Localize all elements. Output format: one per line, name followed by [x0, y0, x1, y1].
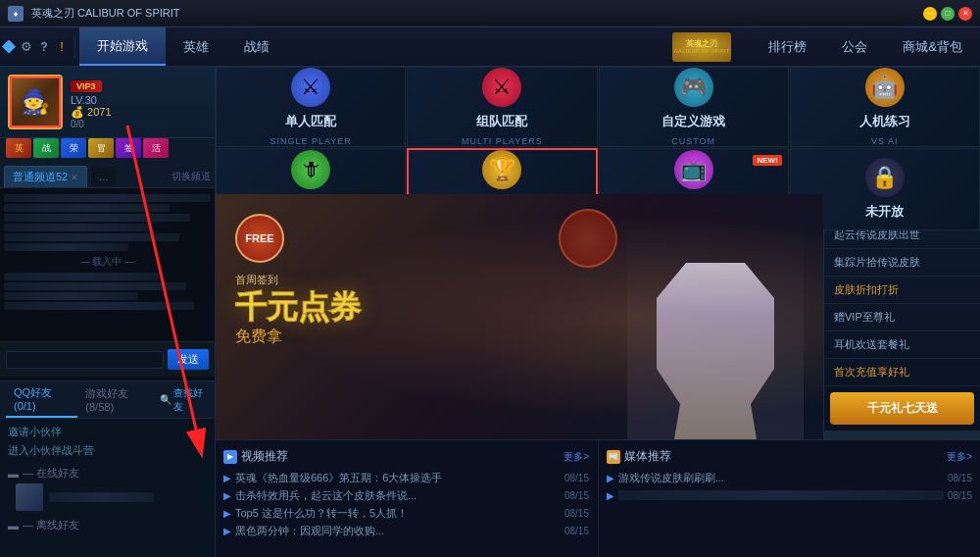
- invite-friends-link[interactable]: 邀请小伙伴: [8, 423, 207, 441]
- tab-ranking[interactable]: 排行榜: [751, 27, 824, 66]
- single-player-icon: ⚔: [291, 68, 330, 107]
- media-date-1: 08/15: [948, 490, 972, 501]
- battle-camp-link[interactable]: 进入小伙伴战斗营: [8, 441, 207, 460]
- rpg-icon: 🗡: [291, 150, 330, 189]
- search-icon: 🔍: [160, 394, 172, 405]
- right-panel-ad: 寻游戏 游戏折扣下载 ★: [824, 430, 980, 439]
- right-panel-gold-button[interactable]: 千元礼七天送: [830, 392, 974, 425]
- mode-vs-ai[interactable]: 🤖 人机练习 VS AI: [790, 67, 980, 147]
- video-item-1[interactable]: ▶ 击杀特效用兵，起云这个皮肤条件说... 08/15: [223, 488, 589, 503]
- search-friends-button[interactable]: 🔍 查找好友: [160, 386, 209, 414]
- single-player-label-en: SINGLE PLAYER: [270, 136, 351, 146]
- profile-item-4[interactable]: 签: [116, 138, 141, 158]
- friends-section: QQ好友(0/1) 游戏好友(8/58) 🔍 查找好友 邀请小伙伴 进入小伙伴战…: [0, 380, 215, 557]
- video-title-0: 英魂《热血量级666》第五期：6大体操选手: [235, 471, 561, 485]
- video-title-1: 击杀特效用兵，起云这个皮肤条件说...: [235, 488, 561, 503]
- media-item-1[interactable]: ▶ 08/15: [607, 488, 972, 502]
- locked-icon: 🔒: [865, 158, 905, 197]
- media-more-link[interactable]: 更多>: [947, 450, 972, 464]
- video-more-link[interactable]: 更多>: [564, 450, 589, 464]
- custom-icon: 🎮: [674, 68, 713, 107]
- video-date-3: 08/15: [564, 526, 589, 536]
- friends-actions: 邀请小伙伴 进入小伙伴战斗营: [0, 419, 215, 464]
- send-button[interactable]: 发送: [168, 349, 209, 370]
- logo-image: 英魂之刃 CALIBUR OF SPIRIT: [672, 32, 731, 62]
- video-item-0[interactable]: ▶ 英魂《热血量级666》第五期：6大体操选手 08/15: [223, 471, 589, 485]
- chat-placeholder: — 载入中 —: [4, 255, 211, 269]
- expand-offline-icon: ▬: [8, 520, 19, 532]
- banner-area: FREE 首周签到 千元点券 免费拿: [216, 194, 823, 439]
- title-bar-left: ♦ 英魂之刃 CALIBUR OF SPIRIT: [8, 6, 180, 22]
- right-panel-item-4: 赠VIP至尊礼: [824, 304, 980, 331]
- media-title-0: 游戏传说皮肤刷刷刷...: [618, 471, 944, 485]
- bullet-3: ▶: [223, 526, 231, 536]
- multi-player-label-en: MULTI PLAYERS: [462, 136, 543, 146]
- main-content: ⚔ 单人匹配 SINGLE PLAYER ⚔ 组队匹配 MULTI PLAYER…: [216, 67, 980, 557]
- tab-battle-record[interactable]: 战绩: [226, 27, 287, 66]
- mode-custom[interactable]: 🎮 自定义游戏 CUSTOM: [599, 67, 789, 147]
- media-item-0[interactable]: ▶ 游戏传说皮肤刷刷刷... 08/15: [607, 471, 972, 485]
- online-group-header[interactable]: ▬ — 在线好友: [8, 466, 207, 481]
- media-icon: 📰: [607, 450, 620, 464]
- media-title-blur: [618, 490, 944, 500]
- bullet-1: ▶: [223, 490, 231, 501]
- left-sidebar: 🧙 VIP3 LV.30 💰 2071 0/0 英 战 荣 冒 签: [0, 67, 216, 557]
- chat-message-blurred-8: [4, 292, 138, 300]
- banner-text-top: 首周签到: [235, 273, 361, 287]
- chat-message-blurred-6: [4, 273, 159, 280]
- profile-item-0[interactable]: 英: [6, 138, 31, 158]
- mode-multi-player[interactable]: ⚔ 组队匹配 MULTI PLAYERS: [407, 67, 597, 147]
- tab-start-game[interactable]: 开始游戏: [79, 27, 166, 66]
- mode-single-player[interactable]: ⚔ 单人匹配 SINGLE PLAYER: [216, 67, 406, 147]
- friend-info: [49, 490, 199, 504]
- video-section: ▶ 视频推荐 更多> ▶ 英魂《热血量级666》第五期：6大体操选手 08/15…: [216, 440, 597, 557]
- friend-avatar: [16, 483, 43, 511]
- bullet-2: ▶: [223, 508, 231, 519]
- video-item-2[interactable]: ▶ Top5 这是什么功？转一转，5人抓！ 08/15: [223, 506, 589, 521]
- friend-name-blur: [49, 492, 154, 502]
- minimize-button[interactable]: ─: [923, 7, 937, 21]
- chat-message-blurred-3: [4, 224, 149, 231]
- friends-tabs: QQ好友(0/1) 游戏好友(8/58) 🔍 查找好友: [0, 381, 215, 419]
- offline-group-header[interactable]: ▬ — 离线好友: [8, 518, 207, 532]
- bottom-section: ▶ 视频推荐 更多> ▶ 英魂《热血量级666》第五期：6大体操选手 08/15…: [216, 439, 980, 557]
- profile-item-1[interactable]: 战: [33, 138, 59, 158]
- close-button[interactable]: ✕: [958, 7, 972, 21]
- top-navigation: ⚙ ? ! 开始游戏 英雄 战绩 英魂之刃 CALIBUR OF SPIRIT …: [0, 27, 980, 67]
- help-icon[interactable]: ?: [35, 38, 53, 56]
- video-title-3: 黑色两分钟：因观同学的收购...: [235, 524, 561, 538]
- profile-item-5[interactable]: 活: [143, 138, 169, 158]
- tab-hero[interactable]: 英雄: [166, 27, 226, 66]
- close-channel-icon[interactable]: ✕: [71, 173, 78, 182]
- game-friends-tab[interactable]: 游戏好友(8/58): [77, 382, 160, 417]
- locked-label-cn: 未开放: [865, 203, 904, 221]
- warning-icon[interactable]: !: [53, 38, 71, 56]
- friend-avatar-inner: [16, 483, 43, 511]
- tab-shop[interactable]: 商城&背包: [885, 27, 980, 66]
- profile-item-3[interactable]: 冒: [88, 138, 114, 158]
- active-channel-tab[interactable]: 普通频道52 ✕: [4, 166, 87, 187]
- game-logo: 英魂之刃 CALIBUR OF SPIRIT: [662, 28, 741, 66]
- friend-name: [49, 492, 199, 502]
- profile-section: 🧙 VIP3 LV.30 💰 2071 0/0: [0, 67, 215, 138]
- vip-badge: VIP3: [71, 80, 102, 92]
- inactive-channel-tab[interactable]: ...: [91, 168, 116, 185]
- avatar-wrapper[interactable]: 🧙: [8, 75, 63, 129]
- settings-icon[interactable]: ⚙: [18, 38, 35, 56]
- profile-item-2[interactable]: 荣: [61, 138, 86, 158]
- video-section-label: ▶ 视频推荐: [223, 448, 288, 465]
- switch-channel-button[interactable]: 切换频道: [172, 170, 211, 183]
- media-section: 📰 媒体推荐 更多> ▶ 游戏传说皮肤刷刷刷... 08/15 ▶ 08/15: [598, 440, 980, 557]
- character-shape: [657, 263, 774, 439]
- tab-guild[interactable]: 公会: [824, 27, 885, 66]
- video-item-3[interactable]: ▶ 黑色两分钟：因观同学的收购... 08/15: [223, 524, 589, 538]
- main-container: 🧙 VIP3 LV.30 💰 2071 0/0 英 战 荣 冒 签: [0, 67, 980, 557]
- expand-online-icon: ▬: [8, 468, 19, 480]
- media-bullet-1: ▶: [607, 490, 614, 501]
- qq-friends-tab[interactable]: QQ好友(0/1): [6, 381, 77, 418]
- banner-text-large: 千元点券: [235, 291, 361, 323]
- maximize-button[interactable]: □: [941, 7, 955, 21]
- banner-right-wrapper: FREE 首周签到 千元点券 免费拿 花天之草里砍出击 起云传说皮肤出世: [216, 194, 980, 439]
- chat-input[interactable]: [6, 351, 164, 369]
- diamond-icon[interactable]: [0, 38, 18, 56]
